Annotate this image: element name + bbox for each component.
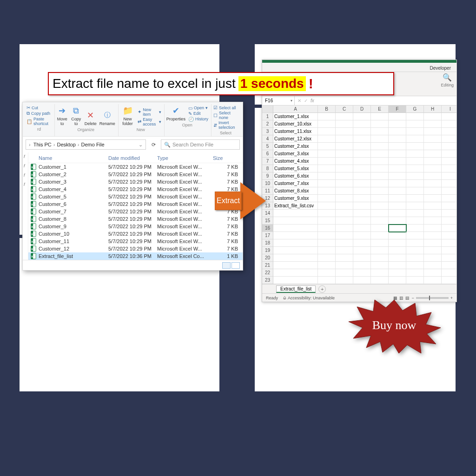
cell[interactable] <box>442 113 456 120</box>
cell[interactable] <box>318 158 336 165</box>
cell[interactable] <box>353 225 371 232</box>
select-none-button[interactable]: ☐Select none <box>213 111 238 120</box>
spreadsheet-grid[interactable]: 1234567891011121314151617181920212223 AB… <box>262 106 456 284</box>
cell[interactable] <box>442 120 456 128</box>
col-header[interactable]: D <box>353 106 371 113</box>
cell[interactable] <box>424 225 442 232</box>
cell[interactable] <box>371 120 389 128</box>
cell[interactable] <box>371 217 389 225</box>
cell[interactable] <box>424 135 442 143</box>
cell[interactable] <box>336 217 353 225</box>
cell[interactable] <box>442 158 456 165</box>
col-header[interactable]: A <box>273 106 318 113</box>
cell[interactable] <box>318 172 336 180</box>
cell[interactable] <box>442 150 456 158</box>
cell[interactable] <box>353 120 371 128</box>
cell[interactable] <box>353 195 371 202</box>
cell[interactable] <box>353 158 371 165</box>
cell[interactable] <box>273 277 318 284</box>
row-header[interactable]: 17 <box>262 232 273 239</box>
move-to-button[interactable]: ➔Move to <box>57 105 68 126</box>
cell[interactable]: Customer_3.xlsx <box>273 150 318 158</box>
invert-selection-button[interactable]: ⇵Invert selection <box>213 120 238 130</box>
cell[interactable] <box>442 202 456 210</box>
cell[interactable] <box>353 202 371 210</box>
cell[interactable] <box>442 277 456 284</box>
breadcrumb[interactable]: Desktop <box>57 142 75 147</box>
confirm-icon[interactable]: ✓ <box>304 98 308 103</box>
breadcrumb[interactable]: This PC <box>33 142 52 147</box>
cell[interactable] <box>406 128 424 135</box>
file-row[interactable]: XCustomer_55/7/2022 10:29 PMMicrosoft Ex… <box>28 193 243 200</box>
cell[interactable] <box>442 210 456 217</box>
row-header[interactable]: 7 <box>262 158 273 165</box>
cell[interactable] <box>371 113 389 120</box>
cell[interactable] <box>353 128 371 135</box>
formula-input[interactable]: ✕ ✓ fx <box>295 98 456 103</box>
cell[interactable] <box>371 143 389 150</box>
cell[interactable] <box>389 195 406 202</box>
row-header[interactable]: 8 <box>262 165 273 172</box>
cell[interactable] <box>371 269 389 277</box>
search-input[interactable]: 🔍 Search Demo File <box>161 139 240 150</box>
cell[interactable] <box>371 165 389 172</box>
cell[interactable] <box>318 165 336 172</box>
cell[interactable] <box>318 150 336 158</box>
cell[interactable] <box>318 239 336 247</box>
cell[interactable] <box>353 254 371 262</box>
cell[interactable] <box>424 217 442 225</box>
cell[interactable] <box>353 247 371 254</box>
cell[interactable] <box>424 180 442 187</box>
file-row[interactable]: XCustomer_45/7/2022 10:29 PMMicrosoft Ex… <box>28 185 243 193</box>
cell[interactable] <box>336 120 353 128</box>
cell[interactable] <box>371 239 389 247</box>
cell[interactable] <box>406 239 424 247</box>
cell[interactable] <box>371 262 389 269</box>
cell[interactable] <box>424 239 442 247</box>
cell[interactable] <box>273 225 318 232</box>
cell[interactable]: Customer_8.xlsx <box>273 187 318 195</box>
cell[interactable] <box>389 120 406 128</box>
cell[interactable] <box>353 143 371 150</box>
cell[interactable] <box>389 247 406 254</box>
row-header[interactable]: 1 <box>262 113 273 120</box>
cell[interactable] <box>353 232 371 239</box>
col-header[interactable]: C <box>336 106 353 113</box>
cell[interactable] <box>424 202 442 210</box>
row-header[interactable]: 18 <box>262 239 273 247</box>
cell[interactable] <box>336 262 353 269</box>
file-row[interactable]: XCustomer_25/7/2022 10:29 PMMicrosoft Ex… <box>28 171 243 178</box>
cell[interactable] <box>442 128 456 135</box>
select-all-cell[interactable] <box>262 106 273 113</box>
row-header[interactable]: 3 <box>262 128 273 135</box>
cell[interactable] <box>353 165 371 172</box>
add-sheet-button[interactable]: + <box>318 285 326 293</box>
cell[interactable] <box>389 210 406 217</box>
chevron-down-icon[interactable]: ▾ <box>291 99 292 103</box>
cell[interactable] <box>442 225 456 232</box>
cell[interactable] <box>353 262 371 269</box>
buy-now-starburst[interactable]: Buy now <box>348 298 441 353</box>
select-all-button[interactable]: ☑Select all <box>213 105 238 110</box>
cell[interactable] <box>353 239 371 247</box>
cell[interactable] <box>389 143 406 150</box>
cell[interactable] <box>442 195 456 202</box>
cell[interactable]: Customer_4.xlsx <box>273 158 318 165</box>
cell[interactable] <box>442 254 456 262</box>
cell[interactable] <box>442 143 456 150</box>
cell[interactable] <box>353 269 371 277</box>
cell[interactable] <box>318 277 336 284</box>
row-header[interactable]: 9 <box>262 172 273 180</box>
row-header[interactable]: 19 <box>262 247 273 254</box>
cell[interactable]: Customer_11.xlsx <box>273 128 318 135</box>
row-header[interactable]: 16 <box>262 225 273 232</box>
cell[interactable] <box>371 277 389 284</box>
cell[interactable] <box>336 113 353 120</box>
cell[interactable] <box>406 120 424 128</box>
cell[interactable] <box>336 165 353 172</box>
cell[interactable] <box>353 150 371 158</box>
cell[interactable] <box>424 150 442 158</box>
cell[interactable] <box>318 120 336 128</box>
cut-button[interactable]: ✂Cut <box>26 105 52 110</box>
cell[interactable] <box>353 180 371 187</box>
